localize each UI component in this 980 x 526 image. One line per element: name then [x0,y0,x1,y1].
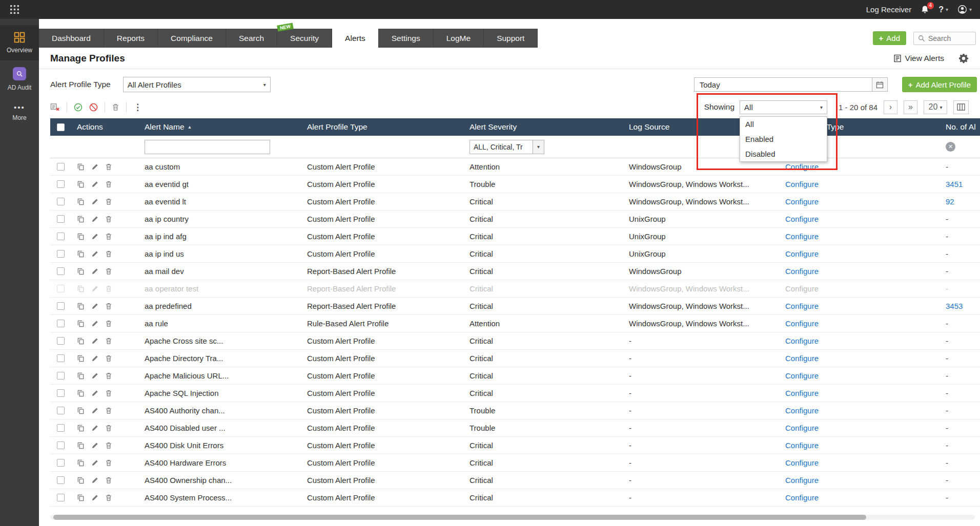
copy-icon[interactable] [77,320,85,327]
configure-link[interactable]: Configure [785,389,819,397]
select-all-checkbox[interactable] [57,123,65,131]
edit-icon[interactable] [91,459,98,467]
delete-icon[interactable] [105,476,112,484]
delete-icon[interactable] [105,180,112,188]
copy-icon[interactable] [77,285,85,292]
copy-icon[interactable] [77,215,85,223]
delete-icon[interactable] [105,302,112,310]
edit-icon[interactable] [91,477,98,484]
edit-icon[interactable] [91,338,98,345]
sidebar-item-overview[interactable]: Overview [0,25,39,60]
app-launcher-icon[interactable] [10,5,19,14]
copy-icon[interactable] [77,163,85,171]
configure-link[interactable]: Configure [785,197,819,206]
row-checkbox[interactable] [57,354,65,362]
header-alert-name[interactable]: Alert Name ▲ [138,122,301,132]
configure-link[interactable]: Configure [785,406,819,415]
copy-icon[interactable] [77,494,85,501]
row-checkbox[interactable] [57,389,65,397]
configure-link[interactable]: Configure [785,302,819,310]
disable-icon[interactable] [89,103,98,112]
delete-icon[interactable] [105,215,112,223]
nav-tab[interactable]: Support [484,29,538,48]
sidebar-item-ad-audit[interactable]: AD Audit [0,60,39,98]
delete-icon[interactable] [105,320,112,327]
nav-tab[interactable]: LogMe [434,29,484,48]
edit-icon[interactable] [91,407,98,414]
sort-asc-icon[interactable]: ▲ [188,124,192,130]
nav-tab[interactable]: Dashboard [39,29,104,48]
row-checkbox[interactable] [57,233,65,240]
row-checkbox[interactable] [57,302,65,310]
row-checkbox[interactable] [57,476,65,484]
row-checkbox[interactable] [57,337,65,345]
dropdown-option[interactable]: Disabled [740,146,827,161]
copy-icon[interactable] [77,302,85,310]
configure-link[interactable]: Configure [785,267,819,276]
next-page-button[interactable]: › [884,100,897,114]
date-range-picker[interactable]: Today [694,77,888,92]
help-menu[interactable]: ? ▾ [938,5,948,14]
row-checkbox[interactable] [57,285,65,292]
nav-tab[interactable]: Reports [104,29,158,48]
edit-icon[interactable] [91,216,98,223]
edit-icon[interactable] [91,372,98,380]
delete-icon[interactable] [105,267,112,275]
configure-link[interactable]: Configure [785,249,819,258]
nav-tab[interactable]: Settings [379,29,434,48]
edit-icon[interactable] [91,303,98,310]
more-options-icon[interactable]: ⋮ [133,102,142,113]
delete-icon[interactable] [105,198,112,205]
row-checkbox[interactable] [57,494,65,501]
delete-icon[interactable] [105,233,112,240]
enable-icon[interactable] [74,103,83,112]
sidebar-item-more[interactable]: ••• More [0,98,39,128]
alert-profile-type-select[interactable]: All Alert Profiles ▾ [123,77,271,92]
edit-icon[interactable] [91,442,98,449]
edit-icon[interactable] [91,198,98,205]
copy-icon[interactable] [77,354,85,362]
user-menu[interactable]: ▾ [957,5,972,14]
configure-link[interactable]: Configure [785,319,819,328]
configure-link[interactable]: Configure [785,493,819,502]
copy-icon[interactable] [77,267,85,275]
calendar-icon[interactable] [872,78,887,91]
edit-icon[interactable] [91,285,98,292]
add-button[interactable]: + Add [873,31,906,45]
nav-tab[interactable]: Alerts [332,29,379,48]
dropdown-option[interactable]: All [740,117,827,132]
page-size-select[interactable]: 20 ▾ [924,100,947,114]
row-checkbox[interactable] [57,441,65,449]
delete-icon[interactable] [105,285,112,292]
copy-icon[interactable] [77,476,85,484]
delete-icon[interactable] [105,441,112,449]
edit-icon[interactable] [91,163,98,171]
nav-tab[interactable]: Compliance [158,29,226,48]
configure-link[interactable]: Configure [785,162,819,171]
edit-icon[interactable] [91,320,98,327]
copy-icon[interactable] [77,337,85,345]
delete-icon[interactable] [105,354,112,362]
configure-link[interactable]: Configure [785,441,819,450]
copy-icon[interactable] [77,233,85,240]
edit-icon[interactable] [91,425,98,432]
configure-link[interactable]: Configure [785,354,819,363]
row-checkbox[interactable] [57,372,65,380]
showing-select[interactable]: All ▾ All Enabled Disabled [740,100,827,114]
configure-link[interactable]: Configure [785,180,819,188]
configure-link[interactable]: Configure [785,215,819,223]
row-checkbox[interactable] [57,250,65,258]
row-checkbox[interactable] [57,267,65,275]
global-search-box[interactable] [913,32,976,45]
edit-icon[interactable] [91,181,98,188]
edit-icon[interactable] [91,390,98,397]
copy-icon[interactable] [77,372,85,380]
delete-icon[interactable] [105,163,112,171]
configure-link[interactable]: Configure [785,371,819,380]
edit-icon[interactable] [91,268,98,275]
edit-icon[interactable] [91,494,98,501]
row-checkbox[interactable] [57,320,65,327]
row-checkbox[interactable] [57,459,65,467]
copy-icon[interactable] [77,441,85,449]
delete-icon[interactable] [112,103,119,111]
